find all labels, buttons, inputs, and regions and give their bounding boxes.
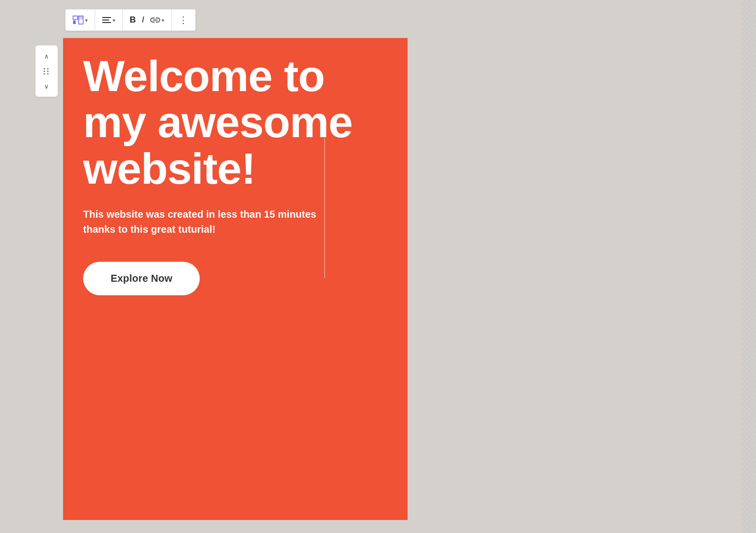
editor-toolbar: ▾ ▾ B I ▾ ⋮ [65,9,196,31]
bold-button[interactable]: B [128,13,138,27]
explore-now-button[interactable]: Explore Now [83,262,200,295]
move-up-button[interactable]: ∧ [38,49,56,64]
align-icon [102,17,111,23]
canvas-area: Welcome to my awesome website! This webs… [63,38,408,520]
drag-dots-icon [44,68,50,75]
side-panel: ∧ ∨ [35,45,58,97]
down-arrow-icon: ∨ [44,83,49,90]
link-icon [150,17,160,24]
link-button[interactable]: ▾ [148,15,166,26]
more-button[interactable]: ⋮ [177,13,190,28]
content-block: Welcome to my awesome website! This webs… [63,38,408,520]
block-type-group: ▾ [66,10,95,31]
drag-handle-button[interactable] [38,64,56,79]
move-down-button[interactable]: ∨ [38,79,56,94]
link-chevron: ▾ [162,18,164,23]
up-arrow-icon: ∧ [44,53,49,60]
italic-button[interactable]: I [140,13,146,27]
block-type-icon [73,16,84,25]
svg-rect-3 [79,16,83,20]
svg-rect-0 [73,16,78,20]
align-group: ▾ [95,10,123,31]
block-icon-svg [73,16,84,25]
align-button[interactable]: ▾ [100,15,117,25]
block-type-button[interactable]: ▾ [71,14,90,27]
align-chevron: ▾ [113,18,115,23]
svg-rect-1 [73,21,76,24]
checkered-border [741,0,756,533]
format-group: B I ▾ [123,10,172,31]
right-panel [408,0,756,533]
block-type-chevron: ▾ [85,18,88,23]
text-cursor [324,138,325,278]
heading[interactable]: Welcome to my awesome website! [83,53,388,192]
subtext[interactable]: This website was created in less than 15… [83,207,333,237]
more-group: ⋮ [172,10,195,31]
